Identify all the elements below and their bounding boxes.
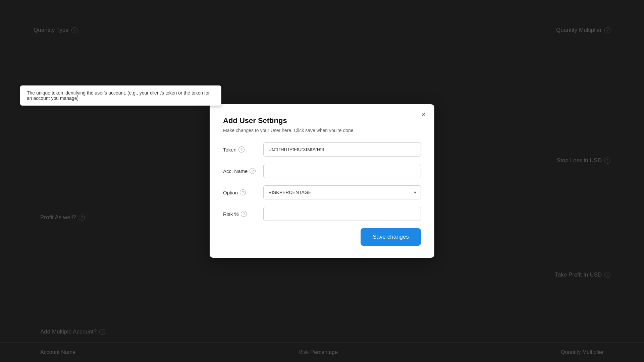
- option-select-wrapper: RISKPERCENTAGE FIXEDAMOUNT LOTSIZE ▾: [263, 185, 421, 199]
- save-changes-button[interactable]: Save changes: [361, 228, 421, 246]
- option-label: Option ?: [223, 189, 263, 195]
- modal-footer: Save changes: [223, 228, 421, 246]
- acc-name-label: Acc. Name ?: [223, 168, 263, 174]
- token-input[interactable]: [263, 142, 421, 157]
- token-tooltip: The unique token identifying the user's …: [20, 85, 221, 106]
- risk-row: Risk % ?: [223, 207, 421, 221]
- modal-backdrop: × Add User Settings Make changes to your…: [0, 0, 644, 362]
- help-icon-token[interactable]: ?: [238, 146, 245, 153]
- add-user-settings-modal: × Add User Settings Make changes to your…: [210, 104, 434, 258]
- help-icon-option[interactable]: ?: [240, 189, 246, 195]
- help-icon-risk[interactable]: ?: [241, 211, 247, 217]
- risk-label: Risk % ?: [223, 211, 263, 217]
- acc-name-row: Acc. Name ?: [223, 164, 421, 178]
- acc-name-input[interactable]: [263, 164, 421, 178]
- token-row: Token ?: [223, 142, 421, 157]
- modal-close-button[interactable]: ×: [419, 110, 428, 119]
- modal-subtitle: Make changes to your User here. Click sa…: [223, 128, 421, 133]
- option-select[interactable]: RISKPERCENTAGE FIXEDAMOUNT LOTSIZE: [263, 185, 421, 199]
- modal-title: Add User Settings: [223, 116, 421, 125]
- option-row: Option ? RISKPERCENTAGE FIXEDAMOUNT LOTS…: [223, 185, 421, 199]
- token-label: Token ?: [223, 146, 263, 153]
- help-icon-acc-name[interactable]: ?: [250, 168, 256, 174]
- risk-input[interactable]: [263, 207, 421, 221]
